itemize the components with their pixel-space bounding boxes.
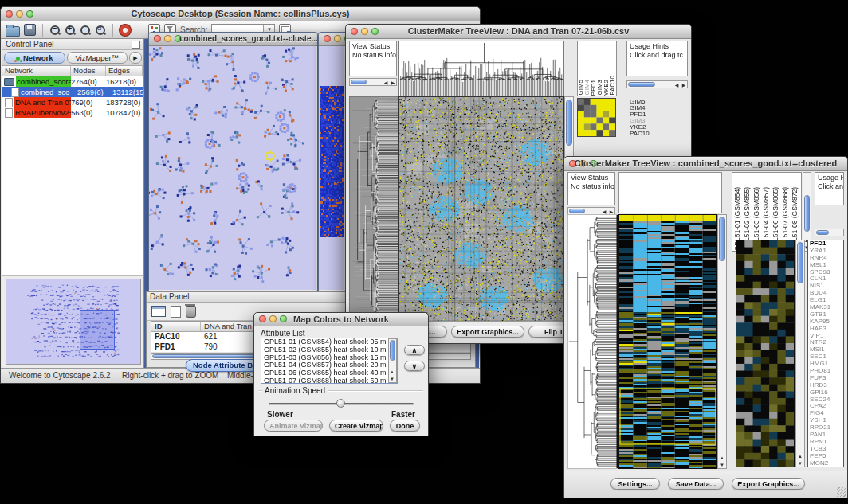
scroll-right-icon[interactable]: ▶: [681, 82, 687, 88]
network-view-window: combined_scores_good.txt--cluste...: [148, 32, 318, 291]
new-attribute-icon[interactable]: [171, 306, 181, 318]
status-zoom-hint: Right-click + drag to ZOOM: [122, 371, 218, 380]
treeview2-button-bar: Settings... Save Data... Export Graphics…: [564, 471, 847, 498]
network-row-dna-tran[interactable]: DNA and Tran 07 769(0) 183728(0): [2, 97, 143, 107]
network-overview-panel[interactable]: [6, 279, 141, 365]
treeview2-gene-list: PFD1YRA1RNR4MSL1SPC98CLN1NIS1BUD4ELG1MAK…: [807, 240, 844, 467]
treeview2-column-dendrogram[interactable]: [618, 172, 722, 213]
export-graphics-button[interactable]: Export Graphics...: [451, 326, 524, 338]
move-down-button[interactable]: ∨: [404, 361, 425, 371]
network-row-rnapubernov2[interactable]: RNAPuberNov2+ 563(0) 107847(0): [2, 107, 143, 118]
export-graphics-button[interactable]: Export Graphics...: [732, 478, 805, 490]
zoom-in-icon[interactable]: +: [65, 25, 76, 36]
col-edges[interactable]: Edges: [106, 66, 143, 76]
save-data-button[interactable]: Save Data...: [668, 478, 724, 490]
scroll-right-icon[interactable]: ▶: [390, 80, 396, 86]
done-button[interactable]: Done: [390, 420, 420, 432]
network-tree-empty-area: [2, 118, 143, 276]
network-overview-canvas[interactable]: [6, 279, 140, 364]
network-row-combined-scores[interactable]: combined_scores 2764(0) 16218(0): [2, 76, 143, 87]
save-session-icon[interactable]: [24, 24, 36, 36]
tabs-overflow-button[interactable]: ▶: [129, 52, 142, 64]
network-view-titlebar[interactable]: combined_scores_good.txt--cluste...: [149, 33, 317, 46]
control-panel: Control Panel Network VizMapper™ ▶ Netwo…: [2, 39, 144, 368]
main-window-title: Cytoscape Desktop (Session Name: collins…: [1, 9, 480, 18]
network-table-header: Network Nodes Edges: [2, 66, 143, 76]
resize-grip[interactable]: [837, 487, 846, 497]
scroll-up-icon[interactable]: ▲: [389, 369, 395, 375]
treeview1-mini-heatmap[interactable]: [577, 98, 616, 137]
minimize-button[interactable]: [334, 35, 341, 42]
treeview2-vscrollbar[interactable]: ▲ ▼: [717, 214, 727, 469]
treeview2-detail-scrollbar[interactable]: ▲ ▼: [795, 240, 805, 467]
file-icon: [5, 98, 13, 107]
treeview1-status-scrollbar[interactable]: ◀ ▶: [349, 78, 397, 86]
attribute-list[interactable]: GPL51-01 (GSM854) heat shock 05 minGPL51…: [261, 338, 398, 384]
create-vizmap-button[interactable]: Create Vizmap: [329, 420, 383, 432]
tab-network[interactable]: Network: [4, 52, 65, 64]
column-label: PAC10: [610, 76, 616, 96]
network-row-combined-sco-selected[interactable]: combined_sco 2569(6) 13112(15): [2, 87, 143, 97]
col-id[interactable]: ID: [151, 322, 201, 331]
network-tab-icon: [16, 57, 20, 61]
attribute-item[interactable]: GPL51-07 (GSM868) heat shock 60 min: [261, 377, 397, 384]
open-session-icon[interactable]: [6, 26, 20, 37]
network-table: Network Nodes Edges combined_scores 2764…: [2, 66, 143, 276]
animation-speed-label: Animation Speed: [262, 386, 328, 395]
treeview1-title: ClusterMaker TreeView : DNA and Tran 07-…: [346, 26, 691, 36]
scroll-left-icon[interactable]: ◀: [383, 80, 389, 86]
treeview1-usage-scrollbar[interactable]: ◀ ▶: [626, 80, 688, 88]
close-button[interactable]: [324, 35, 331, 42]
zoom-selected-icon[interactable]: ▫: [95, 25, 106, 36]
delete-attribute-icon[interactable]: [186, 306, 196, 318]
network-graph-canvas[interactable]: [149, 46, 316, 290]
dialog-title: Map Colors to Network: [254, 315, 428, 324]
dialog-titlebar[interactable]: Map Colors to Network: [254, 313, 428, 326]
select-attributes-icon[interactable]: [151, 306, 166, 317]
scroll-down-icon[interactable]: ▼: [797, 460, 803, 467]
network-view-title: combined_scores_good.txt--cluste...: [149, 34, 317, 43]
row-label: PAC10: [630, 131, 662, 137]
treeview2-heatmap[interactable]: [618, 214, 717, 469]
treeview2-row-dendrogram[interactable]: [567, 214, 618, 469]
scroll-down-icon[interactable]: ▼: [719, 462, 725, 468]
scroll-up-icon[interactable]: ▲: [719, 455, 725, 461]
scroll-up-icon[interactable]: ▲: [797, 453, 803, 459]
zoom-out-icon[interactable]: −: [49, 25, 61, 36]
network-graph-canvas-2[interactable]: [319, 46, 344, 290]
zoom-fit-icon[interactable]: [80, 25, 91, 36]
treeview2-usage-scrollbar[interactable]: [815, 229, 844, 236]
faster-label: Faster: [391, 410, 415, 419]
treeview2-detail-heatmap[interactable]: [736, 240, 795, 467]
help-lifesaver-icon[interactable]: [120, 25, 131, 36]
gene-label[interactable]: MON2: [808, 460, 843, 467]
status-pan-hint: Middle-: [227, 371, 253, 380]
treeview1-usage-hints: Usage Hints Click and drag tc: [626, 41, 688, 76]
move-up-button[interactable]: ∧: [404, 345, 425, 355]
treeview2-title: ClusterMaker TreeView : combined_scores_…: [564, 158, 847, 168]
scroll-down-icon[interactable]: ▼: [389, 376, 395, 382]
attribute-list-scrollbar[interactable]: ▲ ▼: [388, 338, 397, 383]
treeview1-heatmap[interactable]: [398, 96, 564, 322]
network-view-2-titlebar[interactable]: [319, 33, 346, 46]
scroll-left-icon[interactable]: ◀: [673, 82, 680, 88]
tab-vizmapper[interactable]: VizMapper™: [67, 52, 128, 64]
treeview2-titlebar[interactable]: ClusterMaker TreeView : combined_scores_…: [564, 157, 847, 171]
attribute-list-label: Attribute List: [261, 329, 305, 338]
slider-thumb[interactable]: [336, 399, 345, 408]
treeview2-view-status: View Status No status info f: [567, 172, 615, 205]
treeview1-row-dendrogram[interactable]: [349, 96, 398, 322]
main-titlebar[interactable]: Cytoscape Desktop (Session Name: collins…: [1, 7, 480, 21]
settings-button[interactable]: Settings...: [610, 478, 660, 490]
treeview1-column-dendrogram[interactable]: [398, 41, 564, 96]
animate-vizmap-button[interactable]: Animate Vizmap: [264, 420, 323, 432]
treeview1-titlebar[interactable]: ClusterMaker TreeView : DNA and Tran 07-…: [346, 25, 691, 39]
float-panel-icon[interactable]: [132, 41, 140, 49]
treeview1-column-labels: GIM5GIM4PFD1GIM3YKE2PAC10: [577, 41, 617, 96]
treeview1-row-labels: GIM5GIM4PFD1GIM3YKE2PAC10: [630, 99, 662, 137]
col-network[interactable]: Network: [2, 66, 71, 76]
treeview1-view-status: View Status No status info f: [349, 41, 397, 76]
status-welcome: Welcome to Cytoscape 2.6.2: [9, 371, 111, 380]
control-panel-header: Control Panel: [2, 39, 143, 50]
col-nodes[interactable]: Nodes: [71, 66, 106, 76]
